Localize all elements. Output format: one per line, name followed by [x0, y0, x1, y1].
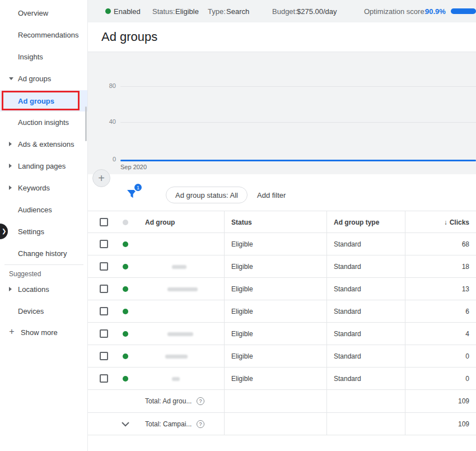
- sidebar-item-ad-groups-parent[interactable]: Ad groups: [0, 68, 87, 89]
- ad-group-name-redacted: [172, 377, 180, 381]
- sidebar-item-recommendations[interactable]: Recommendations: [0, 24, 87, 45]
- expand-chevron-icon[interactable]: [121, 422, 130, 427]
- sidebar-item-settings[interactable]: Settings: [0, 221, 87, 242]
- row-clicks: 68: [462, 240, 469, 248]
- clicks-series-line: [120, 160, 476, 161]
- status-column-dot: [123, 220, 128, 225]
- sidebar-item-label: Keywords: [18, 184, 50, 192]
- status-value: Eligible: [175, 7, 199, 16]
- row-checkbox[interactable]: [100, 262, 108, 271]
- sidebar-nav: Overview Recommendations Insights Ad gro…: [0, 0, 88, 451]
- row-checkbox[interactable]: [100, 352, 108, 360]
- sidebar-item-label: Locations: [18, 285, 49, 294]
- sidebar-scrollbar[interactable]: [85, 106, 87, 141]
- sidebar-item-auction-insights[interactable]: Auction insights: [0, 111, 87, 133]
- row-checkbox[interactable]: [100, 329, 108, 338]
- sidebar-item-label: Landing pages: [18, 162, 66, 170]
- optimization-score-value: 90.9%: [425, 7, 446, 16]
- total-ad-groups-row: Total: Ad grou... ? 109: [88, 390, 476, 413]
- y-axis-tick: 0: [91, 156, 116, 162]
- row-type: Standard: [334, 352, 361, 360]
- optimization-score-label: Optimization score:: [364, 7, 426, 16]
- sidebar-item-label: Ads & extensions: [18, 140, 74, 148]
- table-header-row: Ad group Status Ad group type ↓ Clicks: [88, 211, 476, 233]
- ad-group-name-redacted: [167, 332, 193, 336]
- table-row: Eligible Standard 0: [88, 345, 476, 368]
- status-enabled-dot: [123, 264, 128, 269]
- status-enabled-dot: [123, 241, 128, 247]
- row-type: Standard: [334, 285, 361, 293]
- performance-chart: 80 40 0 Sep 2020: [88, 52, 476, 174]
- sidebar-item-label: Change history: [18, 249, 67, 258]
- show-more-button[interactable]: + Show more: [0, 322, 87, 343]
- sort-descending-icon: ↓: [444, 218, 447, 226]
- sidebar-item-locations[interactable]: Locations: [0, 278, 87, 300]
- sidebar-divider: [4, 264, 83, 265]
- status-enabled-dot: [123, 309, 128, 314]
- row-status: Eligible: [231, 352, 253, 360]
- sidebar-item-devices[interactable]: Devices: [0, 300, 87, 322]
- table-row: Eligible Standard 68: [88, 233, 476, 255]
- sidebar-item-overview[interactable]: Overview: [0, 2, 87, 24]
- status-enabled-dot: [123, 286, 128, 292]
- row-type: Standard: [334, 330, 361, 338]
- plus-icon: +: [98, 172, 105, 185]
- row-status: Eligible: [231, 285, 253, 293]
- total-label: Total: Ad grou...: [145, 397, 192, 405]
- row-checkbox[interactable]: [100, 285, 108, 293]
- sidebar-item-label: Audiences: [18, 206, 52, 214]
- column-header-clicks[interactable]: ↓ Clicks: [444, 218, 469, 226]
- column-header-type[interactable]: Ad group type: [334, 218, 379, 226]
- sidebar-item-keywords[interactable]: Keywords: [0, 177, 87, 198]
- row-clicks: 4: [465, 330, 469, 338]
- column-divider: [326, 211, 327, 435]
- y-axis-tick: 40: [91, 118, 116, 125]
- sidebar-item-ads-extensions[interactable]: Ads & extensions: [0, 133, 87, 155]
- ad-group-name-redacted: [165, 355, 188, 359]
- select-all-checkbox[interactable]: [100, 218, 108, 226]
- page-title: Ad groups: [101, 30, 157, 44]
- total-clicks: 109: [458, 397, 469, 405]
- row-checkbox[interactable]: [100, 240, 108, 248]
- column-header-clicks-label: Clicks: [450, 218, 469, 226]
- column-header-ad-group[interactable]: Ad group: [145, 218, 175, 226]
- status-enabled-dot: [123, 331, 128, 337]
- help-icon[interactable]: ?: [197, 397, 204, 405]
- row-clicks: 18: [462, 263, 469, 271]
- budget-value: $275.00/day: [297, 7, 337, 16]
- total-campaign-row: Total: Campai... ? 109: [88, 413, 476, 435]
- add-filter-button[interactable]: Add filter: [257, 191, 286, 199]
- sidebar-item-insights[interactable]: Insights: [0, 46, 87, 67]
- sidebar-item-label: Show more: [21, 328, 58, 337]
- ad-group-status-filter-chip[interactable]: Ad group status: All: [166, 187, 248, 203]
- row-status: Eligible: [231, 263, 253, 271]
- sidebar-item-label: Overview: [18, 9, 48, 17]
- row-status: Eligible: [231, 330, 253, 338]
- row-checkbox[interactable]: [100, 307, 108, 315]
- sidebar-item-label: Insights: [18, 53, 43, 61]
- chevron-right-icon: [9, 287, 12, 291]
- ad-group-name-redacted: [167, 287, 198, 291]
- sidebar-item-landing-pages[interactable]: Landing pages: [0, 155, 87, 176]
- chevron-right-icon: [9, 142, 12, 146]
- plus-icon: +: [7, 327, 17, 337]
- optimization-score-bar: [451, 8, 476, 14]
- table-row: Eligible Standard 4: [88, 323, 476, 345]
- sidebar-item-ad-groups[interactable]: Ad groups: [0, 90, 87, 111]
- sidebar-section-suggested: Suggested: [9, 268, 41, 280]
- row-checkbox[interactable]: [100, 374, 108, 383]
- sidebar-item-label: Ad groups: [18, 97, 54, 105]
- chevron-right-icon: ❯: [2, 228, 6, 234]
- status-enabled-dot: [123, 354, 128, 359]
- chevron-right-icon: [9, 185, 12, 190]
- chart-gridline: [120, 86, 476, 87]
- help-icon[interactable]: ?: [197, 420, 204, 428]
- column-header-status[interactable]: Status: [231, 218, 252, 226]
- expand-chart-button[interactable]: +: [92, 169, 110, 187]
- sidebar-item-label: Auction insights: [18, 118, 69, 127]
- sidebar-item-change-history[interactable]: Change history: [0, 243, 87, 264]
- status-enabled-dot: [123, 376, 128, 382]
- table-row: Eligible Standard 0: [88, 368, 476, 390]
- sidebar-item-audiences[interactable]: Audiences: [0, 199, 87, 220]
- filter-count-badge: 1: [133, 183, 143, 192]
